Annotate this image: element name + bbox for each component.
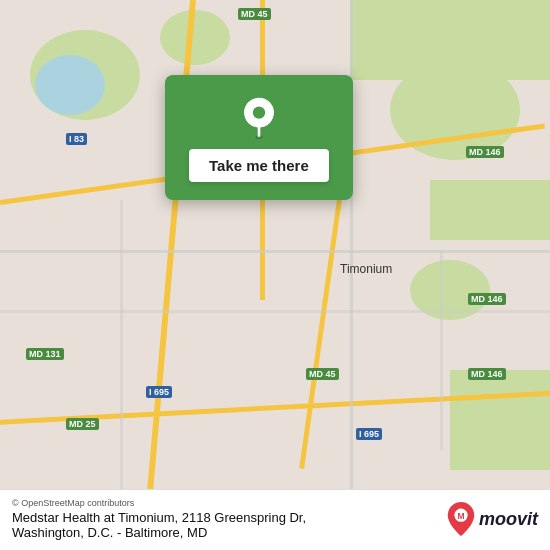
green-area-7 xyxy=(450,370,550,470)
moovit-pin-icon: M xyxy=(447,502,475,536)
timonium-label: Timonium xyxy=(340,262,392,276)
shield-md131: MD 131 xyxy=(26,348,64,360)
street-3 xyxy=(0,310,550,313)
shield-i183: I 83 xyxy=(66,133,87,145)
shield-md45-mid: MD 45 xyxy=(306,368,339,380)
popup-card: Take me there xyxy=(165,75,353,200)
svg-point-1 xyxy=(253,106,265,118)
location-name: Medstar Health at Timonium, 2118 Greensp… xyxy=(12,510,306,540)
take-me-there-button[interactable]: Take me there xyxy=(189,149,329,182)
osm-attribution: © OpenStreetMap contributors xyxy=(12,498,306,508)
street-5 xyxy=(440,250,443,450)
location-pin-icon xyxy=(237,95,281,139)
moovit-brand-text: moovit xyxy=(479,509,538,530)
water-reservoir xyxy=(35,55,105,115)
map-container: MD 45 I 83 MD 146 MD 146 MD 146 MD 131 M… xyxy=(0,0,550,550)
shield-md146-2: MD 146 xyxy=(468,293,506,305)
shield-i695-left: I 695 xyxy=(146,386,172,398)
bottom-bar: © OpenStreetMap contributors Medstar Hea… xyxy=(0,489,550,550)
street-4 xyxy=(120,200,123,500)
svg-text:M: M xyxy=(457,511,464,521)
green-area-5 xyxy=(430,180,550,240)
shield-md146-3: MD 146 xyxy=(468,368,506,380)
shield-md25: MD 25 xyxy=(66,418,99,430)
location-name-main: Medstar Health at Timonium, 2118 Greensp… xyxy=(12,510,306,525)
shield-md45-top: MD 45 xyxy=(238,8,271,20)
shield-i695-right: I 695 xyxy=(356,428,382,440)
moovit-logo: M moovit xyxy=(447,502,538,536)
green-area-2 xyxy=(160,10,230,65)
bottom-left-info: © OpenStreetMap contributors Medstar Hea… xyxy=(12,498,306,540)
svg-point-2 xyxy=(255,135,262,139)
location-name-sub: Washington, D.C. - Baltimore, MD xyxy=(12,525,207,540)
street-2 xyxy=(0,250,550,253)
shield-md146-1: MD 146 xyxy=(466,146,504,158)
